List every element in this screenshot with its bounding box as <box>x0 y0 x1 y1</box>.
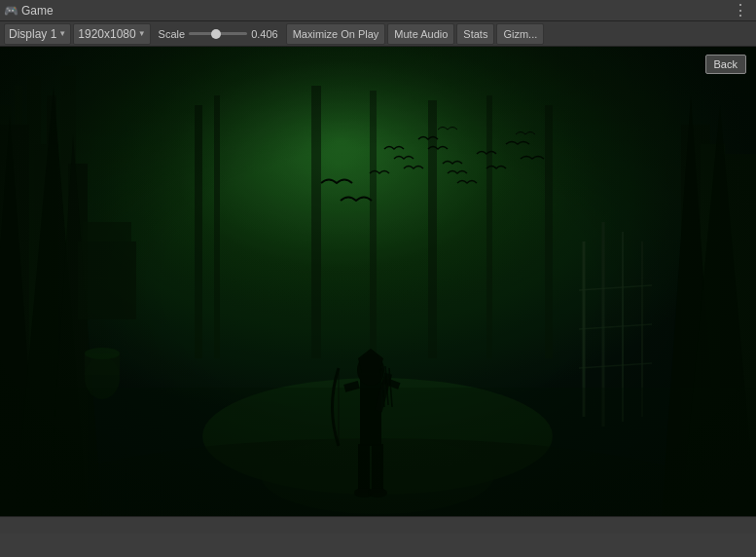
scale-thumb <box>211 29 221 39</box>
resolution-dropdown-arrow: ▼ <box>138 29 146 38</box>
display-dropdown-arrow: ▼ <box>58 29 66 38</box>
back-button[interactable]: Back <box>705 55 746 74</box>
game-view: Back <box>0 47 756 516</box>
scale-value: 0.406 <box>251 28 278 40</box>
mute-audio-button[interactable]: Mute Audio <box>387 23 454 45</box>
scale-slider[interactable] <box>189 32 247 35</box>
scale-control: Scale 0.406 <box>153 28 284 40</box>
resolution-selector[interactable]: 1920x1080 ▼ <box>73 23 150 45</box>
scene-svg <box>0 47 756 516</box>
scale-label: Scale <box>159 28 186 40</box>
resolution-label: 1920x1080 <box>78 27 135 41</box>
maximize-on-play-button[interactable]: Maximize On Play <box>286 23 386 45</box>
tab-more-button[interactable]: ⋮ <box>729 1 752 19</box>
toolbar: Display 1 ▼ 1920x1080 ▼ Scale 0.406 Maxi… <box>0 21 756 47</box>
svg-rect-57 <box>0 47 756 516</box>
status-bar <box>0 516 756 534</box>
game-tab-icon: 🎮 <box>4 4 18 18</box>
display-label: Display 1 <box>9 27 56 41</box>
game-canvas: Back <box>0 47 756 516</box>
tab-bar: 🎮 Game ⋮ <box>0 0 756 21</box>
stats-button[interactable]: Stats <box>456 23 494 45</box>
display-selector[interactable]: Display 1 ▼ <box>4 23 71 45</box>
gizmos-button[interactable]: Gizm... <box>496 23 544 45</box>
tab-title[interactable]: Game <box>21 4 54 18</box>
